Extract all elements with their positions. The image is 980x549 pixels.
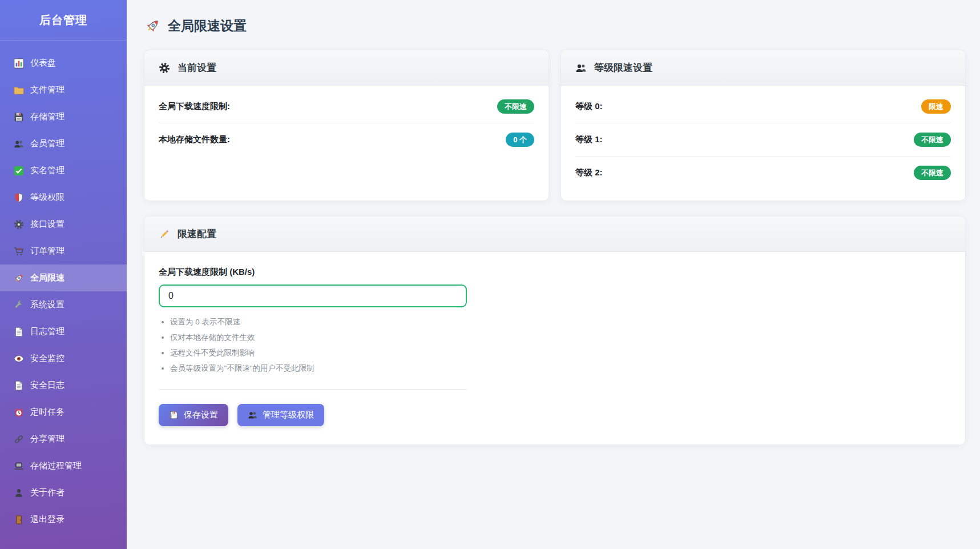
config-card-body: 全局下载速度限制 (KB/s) 设置为 0 表示不限速 仅对本地存储的文件生效 … (144, 252, 965, 444)
eye-icon (14, 354, 24, 364)
level-limit-card-header: 等级限速设置 (561, 50, 965, 86)
users-icon (248, 410, 257, 420)
wrench-icon (14, 300, 24, 310)
shield-icon (14, 193, 24, 203)
sidebar-item-stored-procedures[interactable]: 存储过程管理 (0, 452, 127, 479)
setting-row-level-1: 等级 1: 不限速 (575, 123, 951, 157)
users-icon (575, 62, 587, 74)
current-settings-card: 当前设置 全局下载速度限制: 不限速 本地存储文件数量: 0 个 (144, 50, 549, 201)
status-badge: 不限速 (914, 133, 951, 147)
status-badge: 限速 (921, 99, 951, 114)
sidebar-item-share[interactable]: 分享管理 (0, 426, 127, 452)
sidebar-item-label: 存储管理 (30, 111, 64, 122)
rocket-icon (145, 18, 160, 34)
card-title: 限速配置 (178, 227, 216, 241)
sidebar-item-security-monitor[interactable]: 安全监控 (0, 345, 127, 372)
manage-level-permissions-button[interactable]: 管理等级权限 (237, 404, 324, 426)
level-limit-card-body: 等级 0: 限速 等级 1: 不限速 等级 2: 不限速 (561, 86, 965, 201)
page-title: 全局限速设置 (168, 17, 247, 35)
setting-label: 等级 1: (575, 134, 603, 145)
sidebar-item-label: 会员管理 (30, 138, 64, 149)
sidebar-item-label: 退出登录 (30, 514, 64, 525)
save-settings-label: 保存设置 (184, 410, 218, 420)
current-settings-card-header: 当前设置 (144, 50, 549, 86)
top-cards: 当前设置 全局下载速度限制: 不限速 本地存储文件数量: 0 个 等级限速设置 (144, 50, 966, 201)
status-badge: 不限速 (914, 166, 951, 180)
sidebar-item-label: 定时任务 (30, 407, 64, 418)
note-item: 仅对本地存储的文件生效 (170, 332, 467, 343)
card-title: 等级限速设置 (594, 61, 652, 74)
sidebar-item-scheduled-tasks[interactable]: 定时任务 (0, 399, 127, 426)
config-card-header: 限速配置 (144, 217, 965, 252)
setting-label: 本地存储文件数量: (159, 134, 230, 145)
sidebar-item-files[interactable]: 文件管理 (0, 77, 127, 103)
manage-level-permissions-label: 管理等级权限 (263, 410, 314, 420)
sidebar: 后台管理 仪表盘 文件管理 存储管理 会员管理 实名管理 等级权限 (0, 0, 127, 549)
sidebar-item-label: 等级权限 (30, 192, 64, 203)
speed-limit-input[interactable] (159, 284, 467, 307)
sidebar-item-label: 安全日志 (30, 380, 64, 391)
document-icon (14, 327, 24, 337)
speed-limit-form: 全局下载速度限制 (KB/s) 设置为 0 表示不限速 仅对本地存储的文件生效 … (159, 267, 467, 390)
speed-limit-field-label: 全局下载速度限制 (KB/s) (159, 267, 467, 278)
users-icon (14, 139, 24, 149)
sidebar-item-label: 仪表盘 (30, 58, 56, 69)
sidebar-item-logout[interactable]: 退出登录 (0, 506, 127, 533)
sidebar-item-orders[interactable]: 订单管理 (0, 238, 127, 265)
setting-label: 等级 2: (575, 167, 603, 178)
sidebar-item-label: 订单管理 (30, 246, 64, 257)
card-title: 当前设置 (178, 61, 216, 74)
sidebar-item-system-settings[interactable]: 系统设置 (0, 291, 127, 318)
sidebar-item-security-logs[interactable]: 安全日志 (0, 372, 127, 399)
speed-limit-notes: 设置为 0 表示不限速 仅对本地存储的文件生效 远程文件不受此限制影响 会员等级… (159, 317, 467, 374)
cart-icon (14, 246, 24, 257)
note-item: 设置为 0 表示不限速 (170, 317, 467, 327)
setting-row-level-2: 等级 2: 不限速 (575, 157, 951, 189)
check-icon (14, 166, 24, 176)
laptop-icon (14, 461, 24, 471)
setting-row-local-file-count: 本地存储文件数量: 0 个 (159, 123, 534, 156)
sidebar-item-dashboard[interactable]: 仪表盘 (0, 50, 127, 77)
speed-limit-config-card: 限速配置 全局下载速度限制 (KB/s) 设置为 0 表示不限速 仅对本地存储的… (144, 216, 966, 445)
sidebar-item-label: 日志管理 (30, 326, 64, 337)
sidebar-item-label: 实名管理 (30, 165, 64, 176)
sidebar-item-label: 系统设置 (30, 299, 64, 310)
save-settings-button[interactable]: 保存设置 (159, 404, 228, 426)
sidebar-item-api-settings[interactable]: 接口设置 (0, 211, 127, 238)
alarm-icon (14, 407, 24, 418)
sidebar-item-label: 安全监控 (30, 353, 64, 364)
sidebar-item-members[interactable]: 会员管理 (0, 130, 127, 157)
config-actions: 保存设置 管理等级权限 (159, 404, 951, 426)
setting-label: 等级 0: (575, 101, 603, 112)
setting-label: 全局下载速度限制: (159, 101, 230, 112)
setting-row-level-0: 等级 0: 限速 (575, 90, 951, 123)
level-limit-card: 等级限速设置 等级 0: 限速 等级 1: 不限速 等级 2: 不限速 (560, 50, 966, 201)
current-settings-card-body: 全局下载速度限制: 不限速 本地存储文件数量: 0 个 (144, 86, 549, 167)
person-icon (14, 488, 24, 498)
sidebar-item-logs[interactable]: 日志管理 (0, 318, 127, 345)
status-badge: 不限速 (497, 99, 534, 114)
sidebar-item-about-author[interactable]: 关于作者 (0, 479, 127, 506)
chart-icon (14, 58, 24, 69)
sidebar-item-label: 接口设置 (30, 219, 64, 230)
link-icon (14, 434, 24, 444)
save-icon (169, 410, 179, 420)
door-icon (14, 515, 24, 525)
sidebar-item-storage[interactable]: 存储管理 (0, 103, 127, 130)
gear-icon (159, 62, 170, 74)
main-content: 全局限速设置 当前设置 全局下载速度限制: 不限速 本地存储文件数量: 0 个 (127, 0, 980, 445)
sidebar-item-label: 分享管理 (30, 434, 64, 444)
floppy-icon (14, 112, 24, 122)
sidebar-item-global-speed-limit[interactable]: 全局限速 (0, 265, 127, 291)
form-divider (159, 389, 467, 390)
sidebar-item-label: 全局限速 (30, 273, 64, 283)
note-item: 会员等级设置为"不限速"的用户不受此限制 (170, 363, 467, 374)
sidebar-item-level-perms[interactable]: 等级权限 (0, 184, 127, 211)
setting-row-global-download-limit: 全局下载速度限制: 不限速 (159, 90, 534, 123)
sidebar-item-label: 存储过程管理 (30, 460, 82, 471)
sidebar-item-realname[interactable]: 实名管理 (0, 157, 127, 184)
gear-icon (14, 219, 24, 230)
rocket-icon (14, 273, 24, 283)
app-title: 后台管理 (0, 0, 127, 41)
status-badge: 0 个 (506, 133, 534, 147)
